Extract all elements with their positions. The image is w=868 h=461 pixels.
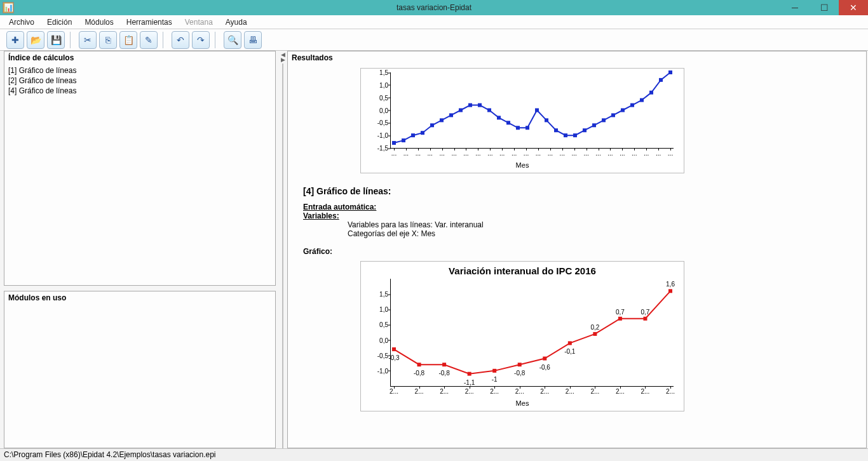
new-file-icon[interactable]: ✚ xyxy=(6,31,24,49)
svg-rect-7 xyxy=(459,109,463,112)
panel-modulos-body[interactable] xyxy=(4,304,275,448)
menu-edicion[interactable]: Edición xyxy=(41,16,78,29)
panel-resultados-title: Resultados xyxy=(288,51,866,64)
results-body[interactable]: -1,5-1,0-0,50,00,51,01,5................… xyxy=(288,64,866,448)
svg-rect-28 xyxy=(659,78,663,82)
x-tick: ... xyxy=(656,150,661,157)
redo-icon[interactable]: ↷ xyxy=(192,31,210,49)
minimize-button[interactable]: ─ xyxy=(780,0,810,15)
toolbar-separator xyxy=(163,32,168,48)
x-tick: ... xyxy=(536,150,541,157)
x-tick: ... xyxy=(463,150,468,157)
svg-rect-26 xyxy=(640,98,644,102)
x-tick: 2... xyxy=(515,388,524,395)
list-item[interactable]: [4] Gráfico de líneas xyxy=(8,86,271,96)
svg-rect-14 xyxy=(526,126,529,130)
x-tick: 2... xyxy=(590,388,599,395)
svg-rect-5 xyxy=(440,118,444,122)
y-tick: 1,0 xyxy=(369,306,388,313)
menu-modulos[interactable]: Módulos xyxy=(78,16,119,29)
right-column: Resultados -1,5-1,0-0,50,00,51,01,5.....… xyxy=(287,51,868,448)
cut-icon[interactable]: ✂ xyxy=(79,31,97,49)
svg-rect-21 xyxy=(592,123,596,127)
menu-ventana[interactable]: Ventana xyxy=(179,16,219,29)
data-label: -1,1 xyxy=(464,379,475,386)
menu-archivo[interactable]: Archivo xyxy=(3,16,41,29)
main-area: Índice de cálculos [1] Gráfico de líneas… xyxy=(0,51,868,448)
chart2-title: Variación interanual do IPC 2016 xyxy=(365,265,680,276)
menu-herramientas[interactable]: Herramientas xyxy=(120,16,179,29)
svg-rect-37 xyxy=(568,341,572,345)
status-path: C:\Program Files (x86)\Epidat 4.2\Ejempl… xyxy=(4,450,215,459)
svg-rect-32 xyxy=(442,363,446,366)
erase-icon[interactable]: ✎ xyxy=(140,31,158,49)
print-icon[interactable]: 🖶 xyxy=(244,31,262,49)
svg-rect-22 xyxy=(602,118,606,122)
x-tick: ... xyxy=(451,150,456,157)
svg-rect-39 xyxy=(618,317,622,321)
svg-rect-12 xyxy=(506,121,510,124)
x-tick: 2... xyxy=(616,388,625,395)
list-item[interactable]: [2] Gráfico de líneas xyxy=(8,76,271,86)
y-tick: 0,5 xyxy=(369,321,388,328)
menu-ayuda[interactable]: Ayuda xyxy=(219,16,254,29)
titlebar: 📊 tasas variacion-Epidat ─ ☐ ✕ xyxy=(0,0,868,15)
svg-rect-29 xyxy=(668,70,672,74)
svg-rect-19 xyxy=(573,133,577,137)
open-icon[interactable]: 📂 xyxy=(27,31,44,49)
y-tick: 0,5 xyxy=(369,94,388,101)
x-tick: 2... xyxy=(390,388,398,395)
x-tick: ... xyxy=(416,150,421,157)
copy-icon[interactable]: ⎘ xyxy=(99,31,117,49)
data-label: -1 xyxy=(492,376,498,383)
data-label: -0,3 xyxy=(388,354,399,361)
window-controls: ─ ☐ ✕ xyxy=(780,0,868,15)
x-tick: ... xyxy=(607,150,613,157)
section4-heading: [4] Gráfico de líneas: xyxy=(303,186,860,196)
x-tick: 2... xyxy=(540,388,549,395)
y-tick: -0,5 xyxy=(369,352,388,359)
x-tick: ... xyxy=(572,150,577,157)
x-tick: ... xyxy=(644,150,649,157)
svg-rect-15 xyxy=(535,109,539,112)
vertical-splitter[interactable]: ◀ ▶ xyxy=(278,51,287,448)
toolbar-separator xyxy=(215,32,220,48)
svg-rect-41 xyxy=(668,289,672,293)
zoom-icon[interactable]: 🔍 xyxy=(224,31,241,49)
svg-rect-35 xyxy=(518,363,522,366)
save-icon[interactable]: 💾 xyxy=(47,31,65,49)
toolbar: ✚ 📂 💾 ✂ ⎘ 📋 ✎ ↶ ↷ 🔍 🖶 xyxy=(0,29,868,51)
paste-icon[interactable]: 📋 xyxy=(119,31,137,49)
left-column: Índice de cálculos [1] Gráfico de líneas… xyxy=(0,51,278,448)
svg-rect-1 xyxy=(402,138,405,142)
svg-rect-16 xyxy=(545,118,548,122)
svg-rect-0 xyxy=(392,141,396,145)
svg-rect-6 xyxy=(449,113,453,117)
svg-rect-30 xyxy=(392,347,396,351)
svg-rect-38 xyxy=(593,332,597,336)
chart-1: -1,5-1,0-0,50,00,51,01,5................… xyxy=(360,68,684,173)
y-tick: 1,5 xyxy=(369,291,388,298)
y-tick: -1,0 xyxy=(369,132,388,139)
svg-rect-8 xyxy=(468,104,472,107)
app-icon: 📊 xyxy=(3,2,14,13)
x-tick: ... xyxy=(668,150,673,157)
y-tick: 0,0 xyxy=(369,107,388,114)
info-line-1: Variables para las líneas: Var. interanu… xyxy=(348,220,860,229)
close-button[interactable]: ✕ xyxy=(839,0,868,15)
chart1-xlabel: Mes xyxy=(365,161,680,169)
x-tick: ... xyxy=(524,150,529,157)
x-tick: ... xyxy=(583,150,588,157)
svg-rect-33 xyxy=(468,372,471,376)
list-item[interactable]: [1] Gráfico de líneas xyxy=(8,65,271,76)
svg-rect-13 xyxy=(516,126,520,130)
panel-indice-body[interactable]: [1] Gráfico de líneas [2] Gráfico de lín… xyxy=(4,64,275,285)
window-title: tasas variacion-Epidat xyxy=(397,3,471,12)
y-tick: -1,0 xyxy=(369,367,388,374)
panel-modulos-title: Módulos en uso xyxy=(4,291,275,304)
maximize-button[interactable]: ☐ xyxy=(810,0,839,15)
data-label: 1,6 xyxy=(666,281,675,288)
data-label: -0,6 xyxy=(539,364,550,371)
svg-rect-31 xyxy=(417,363,421,366)
undo-icon[interactable]: ↶ xyxy=(172,31,189,49)
